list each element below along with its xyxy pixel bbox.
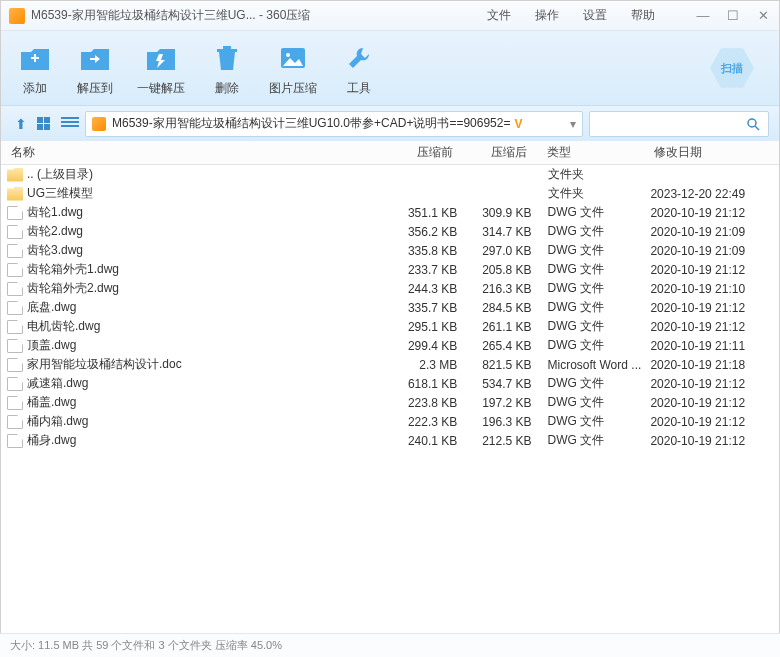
header-before[interactable]: 压缩前 xyxy=(383,144,457,161)
header-type[interactable]: 类型 xyxy=(531,144,650,161)
file-size-after: 534.7 KB xyxy=(457,377,531,391)
file-row[interactable]: 减速箱.dwg 618.1 KB 534.7 KB DWG 文件 2020-10… xyxy=(1,374,779,393)
file-type: 文件夹 xyxy=(532,166,651,183)
file-size-before: 2.3 MB xyxy=(383,358,457,372)
oneclick-button[interactable]: 一键解压 xyxy=(137,40,185,97)
file-row[interactable]: 齿轮2.dwg 356.2 KB 314.7 KB DWG 文件 2020-10… xyxy=(1,222,779,241)
file-type: 文件夹 xyxy=(532,185,651,202)
header-name[interactable]: 名称 xyxy=(7,144,383,161)
file-size-before: 618.1 KB xyxy=(383,377,457,391)
list-view-button[interactable] xyxy=(61,117,79,131)
file-date: 2020-10-19 21:12 xyxy=(650,377,779,391)
file-row[interactable]: 齿轮箱外壳1.dwg 233.7 KB 205.8 KB DWG 文件 2020… xyxy=(1,260,779,279)
file-icon xyxy=(7,225,23,239)
chevron-down-icon[interactable]: ▾ xyxy=(570,117,576,131)
menu-operate[interactable]: 操作 xyxy=(535,7,559,24)
file-name: 桶身.dwg xyxy=(27,432,383,449)
add-button[interactable]: 添加 xyxy=(17,40,53,97)
file-size-before: 299.4 KB xyxy=(383,339,457,353)
file-name: 减速箱.dwg xyxy=(27,375,383,392)
oneclick-icon xyxy=(143,40,179,76)
file-row[interactable]: UG三维模型 文件夹 2023-12-20 22:49 xyxy=(1,184,779,203)
file-row[interactable]: .. (上级目录) 文件夹 xyxy=(1,165,779,184)
file-row[interactable]: 底盘.dwg 335.7 KB 284.5 KB DWG 文件 2020-10-… xyxy=(1,298,779,317)
file-row[interactable]: 桶身.dwg 240.1 KB 212.5 KB DWG 文件 2020-10-… xyxy=(1,431,779,450)
file-type: DWG 文件 xyxy=(532,280,651,297)
delete-button[interactable]: 删除 xyxy=(209,40,245,97)
file-date: 2020-10-19 21:12 xyxy=(650,263,779,277)
file-list: .. (上级目录) 文件夹 UG三维模型 文件夹 2023-12-20 22:4… xyxy=(1,165,779,616)
file-row[interactable]: 顶盖.dwg 299.4 KB 265.4 KB DWG 文件 2020-10-… xyxy=(1,336,779,355)
tools-button[interactable]: 工具 xyxy=(341,40,377,97)
file-size-after: 197.2 KB xyxy=(457,396,531,410)
path-input[interactable]: M6539-家用智能垃圾桶结构设计三维UG10.0带参+CAD+说明书==906… xyxy=(85,111,583,137)
file-row[interactable]: 桶盖.dwg 223.8 KB 197.2 KB DWG 文件 2020-10-… xyxy=(1,393,779,412)
svg-point-5 xyxy=(286,53,290,57)
file-type: DWG 文件 xyxy=(532,375,651,392)
file-type: DWG 文件 xyxy=(532,204,651,221)
scan-button[interactable]: 扫描 xyxy=(705,41,759,95)
svg-line-7 xyxy=(755,126,759,130)
window-title: M6539-家用智能垃圾桶结构设计三维UG... - 360压缩 xyxy=(31,7,310,24)
imgzip-button[interactable]: 图片压缩 xyxy=(269,40,317,97)
menu-file[interactable]: 文件 xyxy=(487,7,511,24)
file-size-before: 351.1 KB xyxy=(383,206,457,220)
file-row[interactable]: 齿轮1.dwg 351.1 KB 309.9 KB DWG 文件 2020-10… xyxy=(1,203,779,222)
header-after[interactable]: 压缩后 xyxy=(457,144,531,161)
file-row[interactable]: 家用智能垃圾桶结构设计.doc 2.3 MB 821.5 KB Microsof… xyxy=(1,355,779,374)
file-icon xyxy=(7,339,23,353)
file-icon xyxy=(7,358,23,372)
column-headers: 名称 压缩前 压缩后 类型 修改日期 xyxy=(1,141,779,165)
file-type: DWG 文件 xyxy=(532,318,651,335)
close-button[interactable]: ✕ xyxy=(755,8,771,23)
file-size-before: 335.7 KB xyxy=(383,301,457,315)
statusbar: 大小: 11.5 MB 共 59 个文件和 3 个文件夹 压缩率 45.0% xyxy=(0,633,780,657)
file-size-before: 295.1 KB xyxy=(383,320,457,334)
search-input[interactable] xyxy=(589,111,769,137)
svg-rect-1 xyxy=(34,54,36,62)
minimize-button[interactable]: — xyxy=(695,8,711,23)
file-size-before: 222.3 KB xyxy=(383,415,457,429)
up-button[interactable]: ⬆ xyxy=(11,114,31,134)
svg-rect-3 xyxy=(223,46,231,49)
header-date[interactable]: 修改日期 xyxy=(650,144,779,161)
file-size-after: 309.9 KB xyxy=(457,206,531,220)
file-name: 顶盖.dwg xyxy=(27,337,383,354)
maximize-button[interactable]: ☐ xyxy=(725,8,741,23)
tools-icon xyxy=(341,40,377,76)
file-name: 齿轮3.dwg xyxy=(27,242,383,259)
file-date: 2020-10-19 21:12 xyxy=(650,320,779,334)
file-row[interactable]: 电机齿轮.dwg 295.1 KB 261.1 KB DWG 文件 2020-1… xyxy=(1,317,779,336)
file-name: 齿轮2.dwg xyxy=(27,223,383,240)
grid-view-button[interactable] xyxy=(37,117,55,131)
file-name: 齿轮箱外壳2.dwg xyxy=(27,280,383,297)
file-size-before: 223.8 KB xyxy=(383,396,457,410)
extract-icon xyxy=(77,40,113,76)
vip-badge-icon: V xyxy=(514,117,522,131)
file-row[interactable]: 齿轮3.dwg 335.8 KB 297.0 KB DWG 文件 2020-10… xyxy=(1,241,779,260)
extract-button[interactable]: 解压到 xyxy=(77,40,113,97)
file-icon xyxy=(7,415,23,429)
menu-bar: 文件 操作 设置 帮助 xyxy=(487,7,655,24)
add-icon xyxy=(17,40,53,76)
file-name: 桶内箱.dwg xyxy=(27,413,383,430)
file-row[interactable]: 齿轮箱外壳2.dwg 244.3 KB 216.3 KB DWG 文件 2020… xyxy=(1,279,779,298)
file-icon xyxy=(7,206,23,220)
file-date: 2020-10-19 21:11 xyxy=(650,339,779,353)
file-icon xyxy=(7,244,23,258)
file-row[interactable]: 桶内箱.dwg 222.3 KB 196.3 KB DWG 文件 2020-10… xyxy=(1,412,779,431)
file-name: UG三维模型 xyxy=(27,185,383,202)
file-icon xyxy=(7,396,23,410)
file-size-after: 284.5 KB xyxy=(457,301,531,315)
delete-icon xyxy=(209,40,245,76)
file-date: 2020-10-19 21:10 xyxy=(650,282,779,296)
file-type: DWG 文件 xyxy=(532,261,651,278)
app-icon xyxy=(9,8,25,24)
file-name: .. (上级目录) xyxy=(27,166,383,183)
file-icon xyxy=(7,434,23,448)
menu-settings[interactable]: 设置 xyxy=(583,7,607,24)
menu-help[interactable]: 帮助 xyxy=(631,7,655,24)
file-type: DWG 文件 xyxy=(532,337,651,354)
file-type: DWG 文件 xyxy=(532,432,651,449)
file-date: 2020-10-19 21:09 xyxy=(650,225,779,239)
